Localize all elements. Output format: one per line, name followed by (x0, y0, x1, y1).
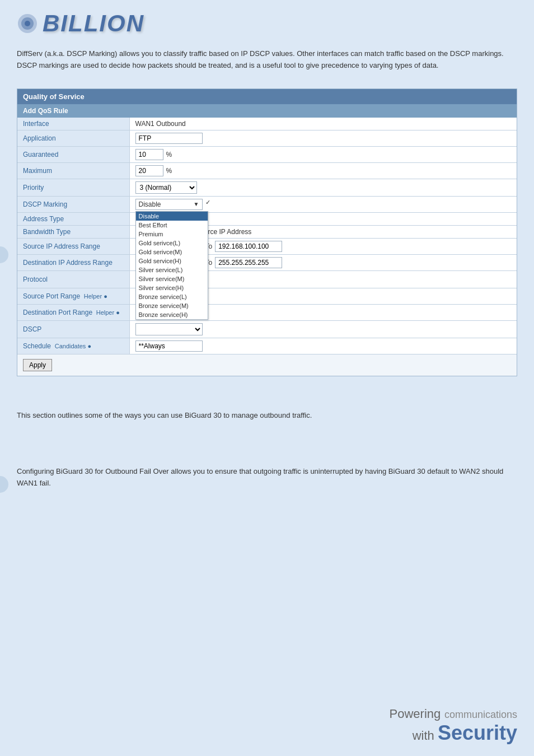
dscp-select[interactable] (135, 323, 203, 335)
guaranteed-pct: % (166, 151, 172, 158)
row-dest-ip: Destination IP Address Range To (17, 254, 517, 270)
row-guaranteed: Guaranteed % (17, 146, 517, 162)
qos-subtitle: Add QoS Rule (17, 104, 517, 118)
footer-security: Security (438, 721, 517, 744)
page-wrapper: BILLION DiffServ (a.k.a. DSCP Marking) a… (0, 0, 534, 756)
dscp-option-gold-l[interactable]: Gold serivce(L) (136, 239, 208, 248)
dscp-option-silver-l[interactable]: Silver service(L) (136, 265, 208, 274)
label-dscp: DSCP (17, 320, 129, 338)
apply-button[interactable]: Apply (23, 359, 52, 371)
row-address-type: Address Type c Address (17, 212, 517, 225)
label-maximum: Maximum (17, 162, 129, 179)
row-maximum: Maximum % (17, 162, 517, 179)
dscp-dropdown-list: Disable Best Effort Premium Gold serivce… (135, 211, 208, 320)
schedule-input[interactable] (135, 340, 203, 352)
label-dest-ip: Destination IP Address Range (17, 254, 129, 270)
label-protocol: Protocol (17, 270, 129, 288)
source-port-helper[interactable]: Helper ● (84, 293, 107, 300)
value-dscp-marking: Disable ▼ Disable Best Effort Premium Go… (129, 196, 517, 212)
dest-ip-to[interactable] (215, 257, 282, 268)
label-dest-port: Destination Port Range Helper ● (17, 304, 129, 320)
priority-select[interactable]: 1 (Highest) 2 (High) 3 (Normal) 4 (Low) … (135, 181, 197, 194)
value-maximum: % (129, 162, 517, 179)
footer-brand: Powering communications with Security (390, 706, 517, 745)
maximum-input[interactable] (135, 165, 163, 176)
decorative-circle-1 (0, 246, 8, 263)
dscp-option-bronze-m[interactable]: Bronze service(M) (136, 301, 208, 310)
dscp-option-best-effort[interactable]: Best Effort (136, 221, 208, 230)
dscp-option-disable[interactable]: Disable (136, 212, 208, 221)
logo-area: BILLION (17, 10, 517, 37)
logo-icon (17, 13, 38, 34)
description-text: DiffServ (a.k.a. DSCP Marking) allows yo… (0, 48, 534, 83)
maximum-pct: % (166, 167, 172, 175)
row-source-port: Source Port Range Helper ● To (17, 288, 517, 304)
value-dscp (129, 320, 517, 338)
qos-table: Interface WAN1 Outbound Application Guar… (17, 118, 517, 354)
dscp-marking-dropdown[interactable]: Disable ▼ (135, 199, 203, 210)
dscp-option-silver-h[interactable]: Silver service(H) (136, 283, 208, 292)
header: BILLION (0, 0, 534, 48)
label-interface: Interface (17, 118, 129, 130)
application-input[interactable] (135, 133, 203, 144)
dest-port-helper[interactable]: Helper ● (96, 309, 120, 316)
guaranteed-input[interactable] (135, 149, 163, 160)
label-application: Application (17, 130, 129, 146)
dscp-option-gold-m[interactable]: Gold serivce(M) (136, 248, 208, 256)
row-application: Application (17, 130, 517, 146)
label-source-port: Source Port Range Helper ● (17, 288, 129, 304)
value-schedule (129, 338, 517, 354)
label-bandwidth-type: Bandwidth Type (17, 225, 129, 238)
dscp-option-bronze-h[interactable]: Bronze service(H) (136, 310, 208, 319)
row-schedule: Schedule Candidates ● (17, 338, 517, 354)
value-guaranteed: % (129, 146, 517, 162)
logo-text: BILLION (43, 10, 144, 37)
section3-text: Configuring BiGuard 30 for Outbound Fail… (0, 432, 534, 501)
row-priority: Priority 1 (Highest) 2 (High) 3 (Normal)… (17, 179, 517, 196)
schedule-candidates[interactable]: Candidates ● (55, 343, 91, 349)
value-interface: WAN1 Outbound (129, 118, 517, 130)
row-source-ip: Source IP Address Range To (17, 238, 517, 254)
dscp-option-premium[interactable]: Premium (136, 230, 208, 239)
row-dscp-marking: DSCP Marking Disable ▼ Disable (17, 196, 517, 212)
footer-powering: Powering (390, 707, 441, 721)
row-interface: Interface WAN1 Outbound (17, 118, 517, 130)
label-dscp-marking: DSCP Marking (17, 196, 129, 212)
label-priority: Priority (17, 179, 129, 196)
row-bandwidth-type: Bandwidth Type ○ Bandwidth per Source IP… (17, 225, 517, 238)
label-source-ip: Source IP Address Range (17, 238, 129, 254)
source-ip-to[interactable] (215, 241, 282, 252)
svg-point-2 (25, 21, 30, 26)
dscp-option-bronze-l[interactable]: Bronze service(L) (136, 292, 208, 301)
qos-section: Quality of Service Add QoS Rule Interfac… (17, 88, 517, 376)
section2-text: This section outlines some of the ways y… (0, 388, 534, 433)
label-guaranteed: Guaranteed (17, 146, 129, 162)
footer-communications: communications (444, 709, 517, 720)
qos-title: Quality of Service (17, 89, 517, 104)
dscp-option-silver-m[interactable]: Silver service(M) (136, 274, 208, 283)
value-priority: 1 (Highest) 2 (High) 3 (Normal) 4 (Low) … (129, 179, 517, 196)
row-dscp: DSCP (17, 320, 517, 338)
dscp-option-gold-h[interactable]: Gold service(H) (136, 256, 208, 265)
row-dest-port: Destination Port Range Helper ● To (17, 304, 517, 320)
footer-with: with (413, 729, 438, 743)
row-protocol: Protocol (17, 270, 517, 288)
label-address-type: Address Type (17, 212, 129, 225)
label-schedule: Schedule Candidates ● (17, 338, 129, 354)
value-application (129, 130, 517, 146)
